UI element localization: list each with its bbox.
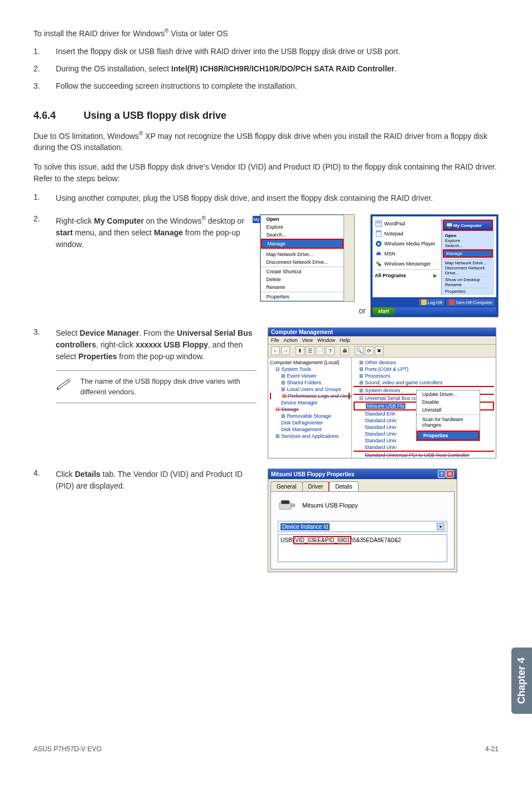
tab-details[interactable]: Details [329, 481, 359, 491]
sm-show-desktop[interactable]: Show on Desktop [445, 277, 491, 282]
ctx-manage[interactable]: Manage [262, 240, 342, 248]
arrow-right-icon: ▶ [431, 272, 439, 279]
left-tree[interactable]: Computer Management (Local) ⊟ System Too… [268, 357, 352, 458]
wmp-icon [375, 240, 383, 248]
or-separator: or [359, 306, 366, 317]
svg-rect-12 [281, 501, 289, 504]
device-context-menu: Update Driver... Disable Uninstall Scan … [416, 390, 480, 441]
toolbar-scan-icon[interactable]: 🔍 [355, 346, 364, 355]
ctx-open[interactable]: Open [261, 215, 344, 223]
step-1-text: Using another computer, plug the USB flo… [56, 192, 499, 204]
paragraph-1: Due to OS limitation, Windows® XP may no… [33, 129, 499, 154]
prog-wordpad[interactable]: WordPad [375, 219, 439, 229]
ctx-rename[interactable]: Rename [261, 283, 344, 291]
sm-map-drive[interactable]: Map Network Drive... [445, 260, 491, 265]
sm-explore[interactable]: Explore [445, 238, 491, 243]
tree-systools: ⊟ System Tools [270, 366, 350, 373]
all-programs[interactable]: All Programs ▶ [375, 270, 439, 281]
device-id-listbox: USB\VID_03EE&PID_6901\5&35EDA8E7&0&2 [278, 534, 447, 562]
notepad-icon [375, 230, 383, 238]
toolbar-forward-icon[interactable]: → [281, 346, 290, 355]
step-3-text: Select Device Manager. From the Universa… [56, 327, 262, 363]
tree-removable-storage: ⊞ Removable Storage [270, 413, 350, 419]
sm-rename[interactable]: Rename [445, 282, 491, 287]
tree-root: Computer Management (Local) [270, 359, 350, 366]
tree-shared-folders: ⊞ Shared Folders [270, 379, 350, 386]
ctx-scan-hardware[interactable]: Scan for hardware changes [417, 416, 480, 429]
turnoff-button[interactable]: Turn Off Computer [447, 299, 495, 306]
ctx-map-drive[interactable]: Map Network Drive... [261, 250, 344, 258]
tab-general[interactable]: General [270, 481, 303, 491]
step-number: 3. [33, 327, 56, 336]
floppy-device-icon [278, 499, 296, 512]
tree-disk-mgmt: Disk Management [270, 426, 350, 433]
right-tree[interactable]: ⊞ Other devices ⊞ Ports (COM & LPT) ⊞ Pr… [352, 357, 496, 458]
msn-icon [375, 250, 383, 258]
chevron-down-icon[interactable]: ▾ [437, 523, 444, 530]
start-button[interactable]: start [373, 307, 395, 315]
sm-search[interactable]: Search... [445, 243, 491, 248]
screenshot-device-manager: Computer Management File Action View Win… [268, 327, 496, 458]
dev-processors: ⊞ Processors [354, 373, 494, 379]
dev-other: ⊞ Other devices [354, 359, 494, 366]
ctx-uninstall[interactable]: Uninstall [417, 406, 480, 414]
ctx-create-shortcut[interactable]: Create Shortcut [261, 268, 344, 276]
chapter-tab: Chapter 4 [511, 648, 532, 714]
help-button[interactable]: ? [438, 470, 446, 478]
svg-rect-9 [447, 223, 453, 227]
ctx-update-driver[interactable]: Update Driver... [417, 390, 480, 398]
install-step-2: During the OS installation, select Intel… [56, 63, 499, 75]
ctx-search[interactable]: Search... [261, 231, 344, 239]
prog-msn[interactable]: MSN [375, 249, 439, 259]
ctx-explore[interactable]: Explore [261, 223, 344, 231]
tab-driver[interactable]: Driver [302, 481, 330, 491]
my-computer-item[interactable]: My Computer [453, 223, 482, 228]
toolbar-back-icon[interactable]: ← [271, 346, 280, 355]
toolbar-props-icon[interactable]: 📄 [316, 346, 325, 355]
computer-icon [446, 221, 453, 229]
toolbar-help-icon[interactable]: ? [326, 346, 335, 355]
install-step-3: Follow the succeeding screen instruction… [56, 80, 499, 92]
ctx-properties[interactable]: Properties [261, 293, 344, 301]
toolbar-refresh-icon[interactable]: ⟳ [365, 346, 374, 355]
sm-manage[interactable]: Manage [444, 250, 492, 257]
screenshot-context-menu: My Open Explore Search... Manage Map Net… [260, 214, 355, 302]
device-name-label: Mitsumi USB Floppy [302, 502, 358, 509]
svg-rect-1 [377, 222, 381, 223]
sm-open[interactable]: Open [445, 233, 491, 238]
svg-rect-4 [376, 231, 381, 233]
install-step-1: Insert the floppy disk or USB flash driv… [56, 46, 499, 57]
logoff-button[interactable]: Log Off [419, 299, 444, 306]
prog-messenger[interactable]: Windows Messenger [375, 259, 439, 269]
sm-disconnect[interactable]: Disconnect Network Drive... [445, 265, 491, 276]
toolbar-tree-icon[interactable]: ☰ [306, 346, 315, 355]
prog-wmp[interactable]: Windows Media Player [375, 239, 439, 249]
tree-services: ⊞ Services and Applications [270, 433, 350, 439]
ctx-device-properties[interactable]: Properties [418, 432, 478, 439]
ctx-disable[interactable]: Disable [417, 398, 480, 406]
note-pencil-icon [56, 376, 72, 393]
window-title: Computer Management [271, 329, 333, 335]
menu-action[interactable]: Action [284, 337, 298, 343]
ctx-disconnect-drive[interactable]: Disconnect Network Drive... [261, 258, 344, 266]
dev-sound: ⊞ Sound, video and game controllers [354, 379, 494, 386]
sm-properties[interactable]: Properties [445, 289, 491, 294]
my-computer-label: My [253, 216, 261, 223]
tree-perf-logs: ⊞ Performance Logs and Alerts [271, 393, 349, 399]
ctx-delete[interactable]: Delete [261, 276, 344, 283]
menu-window[interactable]: Window [317, 337, 335, 343]
messenger-icon [375, 260, 383, 268]
menu-view[interactable]: View [302, 337, 313, 343]
close-button[interactable]: ✕ [446, 470, 454, 478]
prog-notepad[interactable]: Notepad [375, 229, 439, 239]
tree-defrag: Disk Defragmenter [270, 419, 350, 426]
property-combo[interactable]: Device Instance Id ▾ [278, 521, 447, 532]
toolbar-remove-icon[interactable]: ✖ [375, 346, 384, 355]
toolbar-up-icon[interactable]: ⬆ [296, 346, 304, 355]
toolbar-print-icon[interactable]: 🖶 [340, 346, 349, 355]
svg-rect-0 [376, 221, 382, 227]
step-number: 2. [33, 214, 56, 223]
power-icon [449, 299, 454, 305]
menu-help[interactable]: Help [340, 337, 350, 343]
menu-file[interactable]: File [271, 337, 279, 343]
